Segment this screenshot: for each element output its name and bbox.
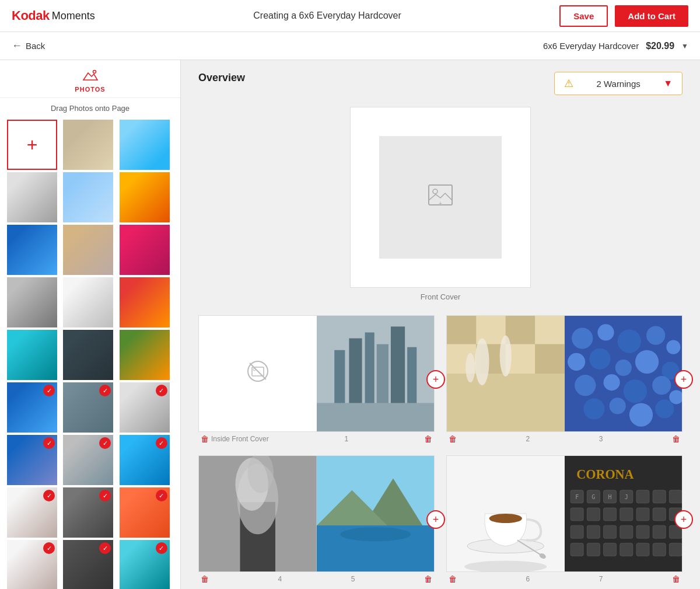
list-item[interactable] [120, 277, 170, 327]
product-info: 6x6 Everyday Hardcover $20.99 ▼ [543, 41, 688, 51]
list-item[interactable]: ✓ [63, 435, 113, 485]
add-spread-button-4[interactable]: + [674, 510, 693, 529]
list-item[interactable]: ✓ [63, 382, 113, 433]
svg-point-29 [572, 327, 593, 348]
list-item[interactable] [7, 277, 57, 327]
delete-spread-icon-3[interactable]: 🗑 [201, 574, 209, 584]
svg-rect-15 [317, 403, 435, 431]
list-item[interactable] [7, 225, 57, 275]
price-dropdown-icon[interactable]: ▼ [681, 42, 688, 50]
list-item[interactable]: ✓ [7, 540, 57, 589]
photos-icon [82, 68, 99, 85]
delete-spread-icon-2[interactable]: 🗑 [449, 434, 457, 444]
list-item[interactable] [63, 225, 113, 275]
svg-rect-77 [620, 508, 632, 521]
svg-point-36 [615, 360, 631, 376]
delete-page-icon-5[interactable]: 🗑 [424, 574, 432, 584]
svg-rect-76 [603, 508, 616, 521]
page-half-right-4[interactable]: CORONA [565, 456, 682, 571]
list-item[interactable] [63, 330, 113, 380]
list-item[interactable] [120, 330, 170, 380]
page-half-left-1[interactable] [199, 316, 317, 431]
page-half-left-3[interactable] [199, 456, 317, 571]
add-spread-button-2[interactable]: + [674, 370, 693, 389]
front-cover-card[interactable]: + [350, 107, 531, 288]
list-item[interactable]: ✓ [120, 540, 170, 589]
back-button[interactable]: ← Back [12, 40, 45, 52]
delete-page-icon-7[interactable]: 🗑 [672, 574, 680, 584]
photo-thumbnail [63, 330, 113, 380]
svg-text:CORONA: CORONA [576, 467, 634, 482]
svg-rect-81 [570, 525, 583, 538]
moments-logo-text: Moments [52, 10, 95, 22]
list-item[interactable] [120, 225, 170, 275]
list-item[interactable]: ✓ [7, 487, 57, 538]
photo-grid: + [0, 117, 180, 589]
warnings-count: 2 Warnings [596, 79, 640, 89]
add-spread-button-1[interactable]: + [426, 370, 445, 389]
photo-thumbnail [120, 330, 170, 380]
delete-spread-icon-4[interactable]: 🗑 [449, 574, 457, 584]
list-item[interactable] [63, 277, 113, 327]
list-item[interactable]: ✓ [63, 487, 113, 538]
add-photo-button[interactable]: + [7, 120, 57, 170]
page-labels-1: 🗑 Inside Front Cover 1 🗑 [198, 432, 435, 444]
svg-rect-79 [653, 508, 666, 521]
add-spread-button-3[interactable]: + [426, 510, 445, 529]
used-check-badge: ✓ [156, 437, 167, 449]
list-item[interactable]: ✓ [63, 540, 113, 589]
save-button[interactable]: Save [559, 5, 608, 27]
svg-point-39 [575, 375, 596, 396]
svg-text:H: H [608, 494, 611, 500]
page-spread-1: 🗑 Inside Front Cover 1 🗑 + [198, 315, 435, 444]
list-item[interactable] [63, 172, 113, 222]
header-actions: Save Add to Cart [559, 5, 688, 27]
list-item[interactable]: ✓ [7, 382, 57, 433]
page-half-right-1[interactable] [317, 316, 435, 431]
page-half-left-4[interactable] [447, 456, 565, 571]
photo-thumbnail [7, 172, 57, 222]
page-num-6: 6 [526, 575, 530, 583]
photo-thumbnail [120, 225, 170, 275]
page-spread-2: 🗑 2 3 🗑 + [446, 315, 682, 444]
list-item[interactable] [120, 120, 170, 170]
svg-rect-85 [636, 525, 649, 538]
page-num-1: 1 [345, 435, 349, 443]
svg-point-42 [652, 376, 671, 395]
photo-thumbnail [120, 277, 170, 327]
page-half-left-2[interactable] [447, 316, 565, 431]
warnings-dropdown[interactable]: ⚠ 2 Warnings ▼ [554, 72, 682, 95]
svg-rect-83 [603, 525, 616, 538]
page-half-right-2[interactable] [565, 316, 682, 431]
page-num-3: 3 [599, 435, 603, 443]
svg-rect-74 [570, 508, 583, 521]
kodak-logo-text: Kodak [12, 8, 50, 23]
svg-rect-84 [620, 525, 632, 538]
svg-point-58 [340, 527, 411, 541]
list-item[interactable] [7, 172, 57, 222]
svg-rect-92 [636, 543, 649, 556]
sub-header: ← Back 6x6 Everyday Hardcover $20.99 ▼ [0, 32, 700, 60]
svg-point-47 [655, 399, 674, 418]
list-item[interactable]: ✓ [7, 435, 57, 485]
photos-label: PHOTOS [75, 86, 105, 93]
svg-point-45 [609, 398, 625, 414]
list-item[interactable] [7, 330, 57, 380]
used-check-badge: ✓ [43, 385, 55, 396]
svg-point-62 [489, 514, 522, 523]
back-label: Back [26, 41, 45, 51]
delete-page-icon-3[interactable]: 🗑 [672, 434, 680, 444]
page-inside-front-label: Inside Front Cover [211, 435, 269, 443]
page-half-right-3[interactable] [317, 456, 435, 571]
delete-page-icon-right[interactable]: 🗑 [424, 434, 432, 444]
list-item[interactable]: ✓ [120, 487, 170, 538]
sidebar: PHOTOS Drag Photos onto Page + [0, 60, 181, 589]
add-to-cart-button[interactable]: Add to Cart [615, 5, 688, 27]
svg-rect-94 [669, 543, 682, 556]
delete-page-icon[interactable]: 🗑 [201, 434, 209, 444]
list-item[interactable] [63, 120, 113, 170]
list-item[interactable]: ✓ [120, 435, 170, 485]
front-cover-section: + Front Cover [198, 107, 682, 301]
list-item[interactable]: ✓ [120, 382, 170, 433]
list-item[interactable] [120, 172, 170, 222]
